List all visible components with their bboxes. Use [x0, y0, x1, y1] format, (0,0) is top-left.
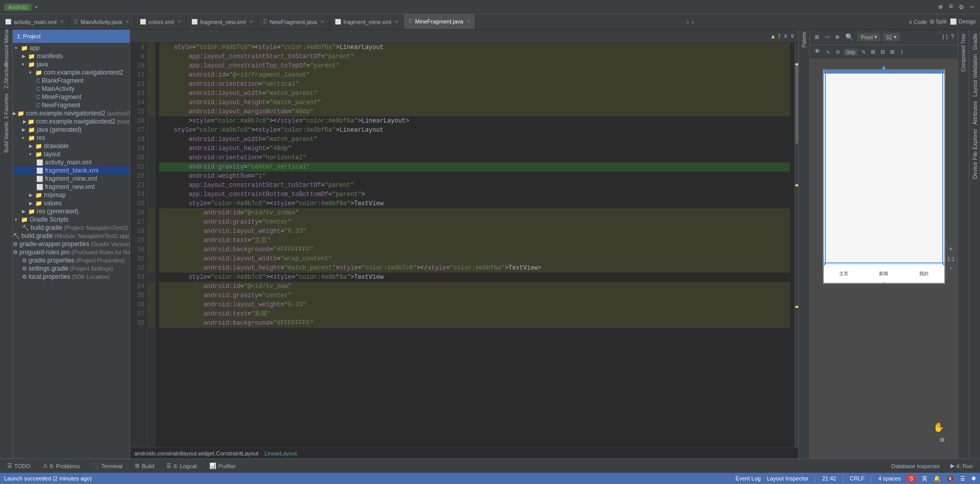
gradle-strip[interactable]: Gradle: [971, 32, 979, 52]
menu-icon[interactable]: ≡: [947, 2, 955, 12]
tab-terminal[interactable]: ⬛ Terminal: [89, 462, 126, 470]
expand-icon[interactable]: ⟩⟩: [941, 33, 948, 41]
align-icon-3[interactable]: ↕: [898, 47, 906, 57]
tree-item-com2[interactable]: ▶ 📁 com.example.navigationtest2 (android…: [13, 109, 130, 117]
tab-fragment-mine[interactable]: ⬜ fragment_mine.xml ×: [330, 14, 404, 30]
tree-item-values[interactable]: ▶ 📁 values: [13, 199, 130, 207]
tree-item-gradle-wrapper[interactable]: ⚙ gradle-wrapper.properties (Gradle Vers…: [13, 240, 130, 248]
device-file-explorer-strip[interactable]: Device File Explorer: [971, 127, 979, 180]
align-icon-1[interactable]: ⊟: [879, 47, 887, 57]
tab-close[interactable]: ×: [321, 19, 324, 25]
pencil-icon[interactable]: ✎: [860, 47, 868, 57]
cursor-icon[interactable]: ↖: [824, 47, 832, 57]
tree-item-mipmap[interactable]: ▶ 📁 mipmap: [13, 191, 130, 199]
tab-mainactivity[interactable]: C MainActivity.java ×: [69, 14, 135, 30]
design-icon-4[interactable]: 🔍: [843, 32, 855, 42]
split-btn[interactable]: ⧉ Split: [930, 18, 946, 25]
tree-item-proguard[interactable]: ⚙ proguard-rules.pro (ProGuard Rules for…: [13, 248, 130, 256]
tab-close[interactable]: ×: [126, 19, 129, 25]
constraint-icon[interactable]: ⊙: [834, 47, 842, 57]
tree-item-layout[interactable]: ▾ 📁 layout: [13, 150, 130, 158]
tab-colors[interactable]: ⬜ colors.xml ×: [135, 14, 186, 30]
design-icon-2[interactable]: ↔: [823, 32, 831, 42]
global-icon[interactable]: ⊕: [936, 2, 944, 12]
tree-item-com1[interactable]: ▾ 📁 com.example.navigationtest2: [13, 68, 130, 77]
device-dropdown[interactable]: Pixel ▾: [857, 33, 880, 41]
eye-icon[interactable]: 👁: [812, 47, 823, 57]
design-icon-3[interactable]: ⊕: [834, 32, 842, 42]
zoom-out-btn[interactable]: −: [946, 264, 955, 273]
tree-item-mainactivity[interactable]: C MainActivity: [13, 85, 130, 93]
tree-item-java[interactable]: ▾ 📁 java: [13, 60, 130, 68]
tab-run[interactable]: ▶ 4: Run: [947, 462, 976, 470]
tab-close[interactable]: ×: [61, 19, 64, 25]
event-log[interactable]: Event Log: [736, 475, 761, 481]
tree-item-settings-gradle[interactable]: ⚙ settings.gradle (Project Settings): [13, 264, 130, 273]
code-editor[interactable]: 8910111213141516171819202122232425262728…: [130, 43, 798, 447]
tab-newfragment[interactable]: C NewFragment.java ×: [258, 14, 329, 30]
tree-item-newfragment[interactable]: C NewFragment: [13, 101, 130, 109]
tab-todo[interactable]: ☰ TODO: [4, 462, 34, 470]
chevron-right[interactable]: ›: [692, 19, 694, 25]
layout-inspector[interactable]: Layout Inspector: [767, 475, 808, 481]
breadcrumb-linearlayout[interactable]: LinearLayout: [264, 450, 297, 456]
strip-z-structure[interactable]: Z-Structure: [0, 60, 13, 91]
tree-item-java-gen[interactable]: ▶ 📁 java (generated): [13, 126, 130, 134]
tab-minefragment[interactable]: C MineFragment.java ×: [404, 14, 476, 30]
android-badge[interactable]: Android: [4, 4, 32, 11]
attributes-strip[interactable]: Attributes: [971, 100, 979, 126]
mic-icon[interactable]: 🔔: [934, 475, 941, 482]
align-icon-2[interactable]: ⊞: [889, 47, 897, 57]
tab-build[interactable]: ⚙ Build: [132, 462, 157, 470]
grid-icon[interactable]: ⊞: [869, 47, 877, 57]
tree-item-fragment-new-xml[interactable]: ⬜ fragment_new.xml: [13, 183, 130, 191]
settings-icon[interactable]: ⚙: [957, 2, 965, 12]
strip-build-variants[interactable]: Build Variants: [0, 122, 13, 152]
tab-close[interactable]: ×: [395, 19, 398, 25]
project-dropdown-arrow[interactable]: ▾: [35, 4, 38, 10]
tab-fragment-new[interactable]: ⬜ fragment_new.xml ×: [186, 14, 258, 30]
tab-logcat[interactable]: ☰ 6: Logcat: [163, 462, 200, 470]
tab-database-inspector[interactable]: Database Inspector: [888, 462, 943, 470]
tree-item-build-gradle-project[interactable]: 🔨 build.gradle (Project: NavigationTest2…: [13, 224, 130, 232]
tab-close[interactable]: ×: [178, 19, 181, 25]
warning-up-arrow[interactable]: ∧: [784, 32, 788, 40]
fit-icon[interactable]: ⊞: [940, 435, 944, 444]
tree-item-app[interactable]: ▾ 📁 app: [13, 44, 130, 52]
tab-close[interactable]: ×: [467, 18, 470, 24]
menu-status-icon[interactable]: ☰: [960, 475, 965, 482]
tree-item-com3[interactable]: ▶ 📁 com.example.navigationtest2 (test): [13, 117, 130, 126]
tree-item-fragment-blank[interactable]: ⬜ fragment_blank.xml: [13, 166, 130, 175]
tree-item-res-gen[interactable]: ▶ 📁 res (generated): [13, 207, 130, 215]
palette-label[interactable]: Palette: [801, 32, 807, 47]
tab-activity-main[interactable]: ⬜ activity_main.xml ×: [0, 14, 69, 30]
breadcrumb-constraintlayout[interactable]: androidx.constraintlayout.widget.Constra…: [134, 450, 258, 456]
star-icon[interactable]: ✱: [971, 475, 976, 482]
tree-item-fragment-mine-xml[interactable]: ⬜ fragment_mine.xml: [13, 175, 130, 183]
layout-validation-strip[interactable]: Layout Validation: [971, 53, 979, 99]
code-content[interactable]: style="color:#a9b7c6"><style="color:#e8b…: [155, 43, 794, 447]
design-icon-1[interactable]: ⊞: [813, 32, 821, 42]
tab-profiler[interactable]: 📊 Profiler: [206, 462, 239, 470]
code-btn[interactable]: ≡ Code: [909, 19, 927, 25]
design-btn[interactable]: ⬜ Design: [950, 18, 976, 25]
minimize-icon[interactable]: —: [968, 2, 976, 12]
scroll-track[interactable]: [794, 43, 798, 447]
zoom-dropdown[interactable]: 32 ▾: [883, 33, 899, 41]
lang-badge[interactable]: S: [907, 475, 916, 481]
tree-item-blank[interactable]: C BlankFragment: [13, 77, 130, 85]
tab-close[interactable]: ×: [250, 19, 253, 25]
tree-item-drawable[interactable]: ▶ 📁 drawable: [13, 142, 130, 150]
strip-favorites[interactable]: 2-Favorites: [0, 91, 13, 122]
more-icon[interactable]: ?: [951, 34, 954, 41]
tree-item-res[interactable]: ▾ 📁 res: [13, 134, 130, 142]
component-tree-label[interactable]: Component Tree: [961, 34, 966, 72]
chevron-left[interactable]: ‹: [687, 19, 689, 25]
warning-down-arrow[interactable]: ∨: [791, 32, 794, 40]
tree-item-gradle-props[interactable]: ⚙ gradle.properties (Project Properties): [13, 256, 130, 264]
tree-item-local-props[interactable]: ⚙ local.properties (SDK Location): [13, 273, 130, 281]
hand-tool[interactable]: ✋: [933, 422, 944, 433]
tree-item-activity-main-xml[interactable]: ⬜ activity_main.xml: [13, 158, 130, 166]
zoom-in-btn[interactable]: +: [946, 245, 955, 254]
tab-problems[interactable]: ⚠ 6: Problems: [40, 462, 83, 470]
